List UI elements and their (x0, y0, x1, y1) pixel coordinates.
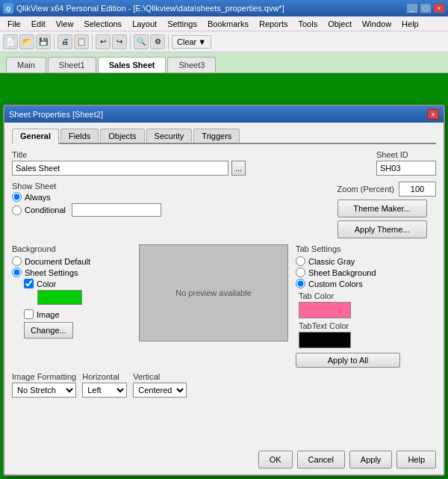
menu-tools[interactable]: Tools (293, 18, 322, 30)
tab-security[interactable]: Security (146, 129, 193, 143)
horizontal-label: Horizontal (82, 372, 127, 381)
settings-icon[interactable]: ⚙ (150, 34, 165, 49)
sheet-background-radio[interactable] (296, 268, 305, 277)
apply-theme-button[interactable]: Apply Theme... (337, 220, 427, 238)
dialog-tabs: General Fields Objects Security Triggers (12, 129, 436, 144)
tab-color-swatch[interactable] (299, 302, 351, 318)
help-button[interactable]: Help (396, 451, 436, 469)
classic-gray-radio[interactable] (296, 256, 305, 266)
tab-triggers[interactable]: Triggers (193, 129, 240, 143)
tab-color-label: Tab Color (299, 291, 400, 300)
toolbar: 📄 📂 💾 🖨 📋 ↩ ↪ 🔍 ⚙ Clear ▼ (0, 31, 448, 52)
menu-layout[interactable]: Layout (128, 18, 161, 30)
image-formatting-row: Image Formatting No Stretch Fill Stretch… (12, 372, 436, 398)
menu-view[interactable]: View (52, 18, 78, 30)
menu-selections[interactable]: Selections (79, 18, 126, 30)
undo-icon[interactable]: ↩ (96, 34, 111, 49)
print-icon[interactable]: 🖨 (57, 34, 72, 49)
ok-button[interactable]: OK (258, 451, 293, 469)
menu-bookmarks[interactable]: Bookmarks (203, 18, 253, 30)
bottom-buttons: OK Cancel Apply Help (258, 451, 436, 469)
menu-edit[interactable]: Edit (27, 18, 50, 30)
dialog-title-bar: Sheet Properties [Sheet2] × (4, 106, 444, 123)
image-formatting-section: Image Formatting No Stretch Fill Stretch… (12, 372, 76, 398)
image-label: Image (37, 310, 60, 319)
close-button[interactable]: × (433, 3, 445, 13)
sheet-settings-label: Sheet Settings (25, 268, 78, 277)
zoom-theme-section: Zoom (Percent) Theme Maker... Apply Them… (337, 182, 436, 238)
search-icon[interactable]: 🔍 (134, 34, 149, 49)
title-section: Title ... (12, 150, 246, 176)
window-controls: _ □ × (406, 3, 445, 13)
show-sheet-section: Show Sheet Always Conditional (12, 182, 161, 218)
sheet-tab-sheet1[interactable]: Sheet1 (48, 57, 96, 72)
preview-area: No preview available (139, 244, 288, 342)
color-checkbox[interactable] (24, 279, 34, 288)
sheet-tab-salessheet[interactable]: Sales Sheet (98, 57, 167, 72)
menu-object[interactable]: Object (323, 18, 356, 30)
menu-settings[interactable]: Settings (163, 18, 202, 30)
copy-icon[interactable]: 📋 (74, 34, 89, 49)
vertical-label: Vertical (133, 372, 187, 381)
menu-bar: File Edit View Selections Layout Setting… (0, 16, 448, 31)
tab-text-label: TabText Color (299, 321, 400, 330)
apply-to-all-button[interactable]: Apply to All (296, 353, 400, 368)
vertical-select[interactable]: Top Centered Bottom (133, 383, 187, 398)
sheet-tab-main[interactable]: Main (6, 57, 46, 72)
tab-text-color-swatch[interactable] (299, 332, 351, 348)
dialog-content: General Fields Objects Security Triggers… (4, 123, 444, 404)
apply-button[interactable]: Apply (349, 451, 393, 469)
background-section: Background Document Default Sheet Settin… (12, 244, 131, 368)
maximize-button[interactable]: □ (420, 3, 432, 13)
sheet-tab-sheet3[interactable]: Sheet3 (167, 57, 216, 72)
sheetid-input[interactable] (376, 161, 436, 176)
cancel-button[interactable]: Cancel (297, 451, 345, 469)
redo-icon[interactable]: ↪ (112, 34, 127, 49)
conditional-label: Conditional (25, 205, 66, 214)
image-checkbox[interactable] (24, 309, 34, 319)
change-button[interactable]: Change... (24, 322, 73, 339)
minimize-button[interactable]: _ (406, 3, 418, 13)
show-sheet-label: Show Sheet (12, 182, 161, 191)
color-swatch[interactable] (37, 290, 82, 305)
dialog-close-button[interactable]: × (427, 109, 439, 120)
tab-objects[interactable]: Objects (100, 129, 144, 143)
horizontal-select[interactable]: Left Center Right (82, 383, 127, 398)
new-icon[interactable]: 📄 (3, 34, 18, 49)
zoom-label: Zoom (Percent) (337, 185, 394, 194)
vertical-section: Vertical Top Centered Bottom (133, 372, 187, 398)
menu-reports[interactable]: Reports (255, 18, 293, 30)
custom-colors-label: Custom Colors (308, 279, 363, 288)
conditional-radio[interactable] (12, 205, 22, 215)
sheet-settings-radio[interactable] (12, 268, 22, 277)
zoom-input[interactable] (399, 182, 436, 197)
save-icon[interactable]: 💾 (36, 34, 51, 49)
title-browse-button[interactable]: ... (231, 161, 246, 176)
menu-help[interactable]: Help (397, 18, 423, 30)
sheetid-section: Sheet ID (376, 150, 436, 176)
sheet-properties-dialog: Sheet Properties [Sheet2] × General Fiel… (3, 105, 445, 476)
custom-colors-radio[interactable] (296, 279, 305, 288)
menu-file[interactable]: File (3, 18, 25, 30)
open-icon[interactable]: 📂 (19, 34, 34, 49)
separator-1 (54, 34, 55, 49)
menu-window[interactable]: Window (358, 18, 396, 30)
color-label: Color (37, 279, 56, 288)
sheetid-label: Sheet ID (376, 150, 436, 159)
doc-default-radio[interactable] (12, 256, 22, 266)
clear-button[interactable]: Clear ▼ (172, 35, 211, 49)
conditional-input[interactable] (72, 203, 161, 217)
separator-4 (168, 34, 169, 49)
always-radio[interactable] (12, 192, 22, 202)
separator-2 (92, 34, 93, 49)
app-icon: Q (3, 3, 13, 13)
dialog-title: Sheet Properties [Sheet2] (9, 110, 103, 119)
theme-maker-button[interactable]: Theme Maker... (337, 200, 427, 217)
tab-fields[interactable]: Fields (60, 129, 99, 143)
tab-settings-label: Tab Settings (296, 244, 400, 253)
title-input[interactable] (12, 161, 228, 176)
image-formatting-select[interactable]: No Stretch Fill Stretch Fit (12, 383, 76, 398)
doc-default-label: Document Default (25, 257, 90, 266)
sheet-background-label: Sheet Background (308, 268, 376, 277)
tab-general[interactable]: General (12, 129, 59, 144)
